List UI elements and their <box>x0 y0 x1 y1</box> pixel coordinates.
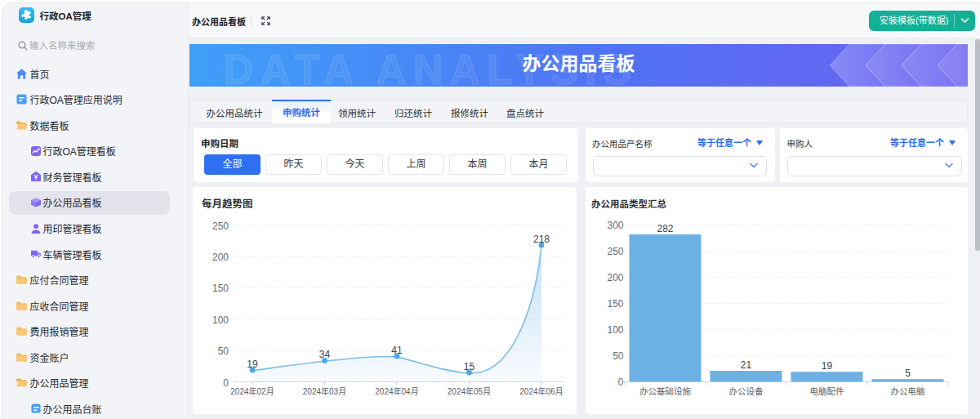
svg-text:34: 34 <box>319 349 331 360</box>
svg-text:150: 150 <box>212 283 229 294</box>
svg-text:100: 100 <box>607 324 623 336</box>
svg-text:电脑配件: 电脑配件 <box>810 386 844 396</box>
svg-text:200: 200 <box>212 252 229 263</box>
svg-text:2024年05月: 2024年05月 <box>448 386 491 396</box>
svg-text:2024年06月: 2024年06月 <box>519 386 563 396</box>
svg-text:2024年03月: 2024年03月 <box>303 386 346 396</box>
svg-text:50: 50 <box>612 350 624 362</box>
svg-text:100: 100 <box>212 314 229 326</box>
svg-text:200: 200 <box>607 272 623 283</box>
svg-text:300: 300 <box>607 220 623 231</box>
svg-text:办公基础设施: 办公基础设施 <box>639 386 691 396</box>
svg-text:办公用品类型汇总: 办公用品类型汇总 <box>591 198 666 209</box>
svg-text:21: 21 <box>741 359 752 371</box>
svg-text:218: 218 <box>533 234 550 245</box>
svg-text:19: 19 <box>247 359 258 370</box>
svg-text:2024年04月: 2024年04月 <box>375 386 418 396</box>
svg-text:15: 15 <box>464 361 475 372</box>
svg-text:250: 250 <box>607 246 623 257</box>
svg-text:19: 19 <box>822 360 833 372</box>
svg-text:每月趋势图: 每月趋势图 <box>202 198 253 210</box>
svg-text:50: 50 <box>218 345 229 357</box>
svg-text:0: 0 <box>618 377 624 388</box>
svg-text:250: 250 <box>212 221 229 232</box>
svg-text:5: 5 <box>905 368 911 379</box>
svg-text:150: 150 <box>607 298 623 310</box>
svg-text:2024年02月: 2024年02月 <box>230 386 274 396</box>
svg-text:办公电脑: 办公电脑 <box>891 386 925 396</box>
svg-text:0: 0 <box>223 377 229 389</box>
svg-text:282: 282 <box>657 223 673 234</box>
svg-text:办公设备: 办公设备 <box>729 386 764 396</box>
svg-text:41: 41 <box>391 345 403 356</box>
